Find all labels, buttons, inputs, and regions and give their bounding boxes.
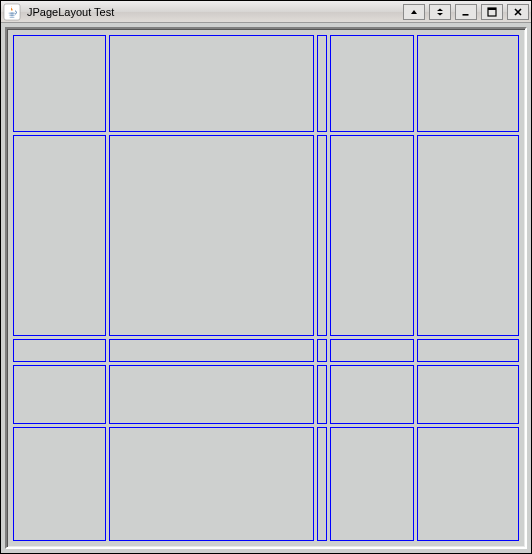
page-layout-grid	[13, 35, 519, 541]
grid-cell	[330, 135, 414, 337]
window: JPageLayout Test	[0, 0, 532, 554]
java-icon	[3, 3, 21, 21]
titlebar[interactable]: JPageLayout Test	[1, 1, 531, 23]
shade-button[interactable]	[403, 4, 425, 20]
grid-cell	[317, 35, 327, 132]
grid-cell	[330, 427, 414, 541]
maximize-button[interactable]	[481, 4, 503, 20]
rollup-button[interactable]	[429, 4, 451, 20]
grid-cell	[13, 35, 106, 132]
grid-cell	[109, 135, 314, 337]
grid-cell	[330, 35, 414, 132]
grid-cell	[330, 365, 414, 423]
minimize-button[interactable]	[455, 4, 477, 20]
grid-cell	[317, 427, 327, 541]
grid-cell	[330, 339, 414, 362]
close-button[interactable]	[507, 4, 529, 20]
grid-cell	[417, 35, 519, 132]
grid-cell	[13, 365, 106, 423]
window-title: JPageLayout Test	[25, 6, 114, 18]
grid-cell	[13, 339, 106, 362]
grid-cell	[109, 339, 314, 362]
grid-cell	[417, 339, 519, 362]
svg-rect-3	[488, 8, 496, 10]
grid-cell	[109, 365, 314, 423]
svg-rect-1	[463, 14, 469, 16]
svg-rect-0	[4, 4, 20, 20]
grid-cell	[417, 427, 519, 541]
grid-cell	[417, 135, 519, 337]
grid-cell	[13, 135, 106, 337]
grid-cell	[109, 427, 314, 541]
grid-cell	[317, 339, 327, 362]
client-area	[5, 27, 527, 549]
grid-cell	[417, 365, 519, 423]
grid-cell	[109, 35, 314, 132]
grid-cell	[317, 365, 327, 423]
grid-cell	[13, 427, 106, 541]
grid-cell	[317, 135, 327, 337]
